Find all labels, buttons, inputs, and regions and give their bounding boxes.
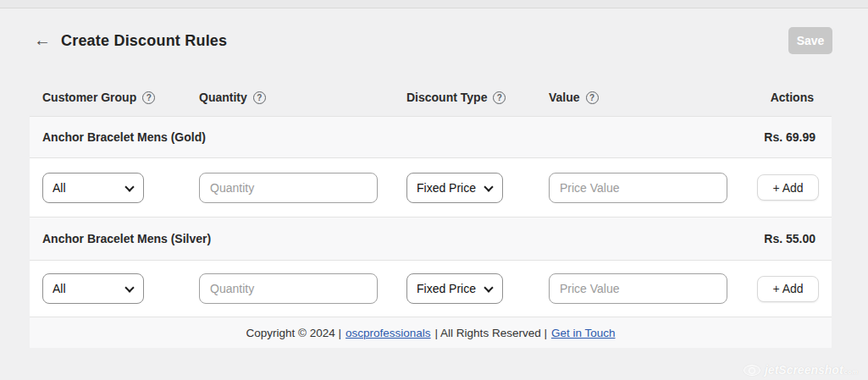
column-header-label: Discount Type [406,91,487,104]
watermark-text: jetScreenshot [765,363,843,377]
rule-controls-row-silver: All Fixed Price + Add [30,261,832,317]
column-header-actions: Actions [755,91,819,104]
add-rule-button[interactable]: + Add [757,174,819,201]
help-icon[interactable]: ? [142,91,155,104]
price-value-input[interactable] [549,273,727,304]
column-header-value: Value ? [549,91,755,104]
table-header-row: Customer Group ? Quantity ? Discount Typ… [30,79,832,116]
product-row-silver: Anchor Bracelet Mens (Silver) Rs. 55.00 [30,217,832,261]
discount-type-select[interactable]: Fixed Price [406,173,503,203]
jetscreenshot-watermark: jetScreenshot com [744,363,858,377]
product-price: Rs. 55.00 [755,232,819,245]
product-name: Anchor Bracelet Mens (Silver) [42,232,755,245]
copyright-text: Copyright © 2024 | [246,327,342,339]
eye-logo-icon [744,365,760,376]
discount-rules-table: Anchor Bracelet Mens (Gold) Rs. 69.99 Al… [30,116,832,348]
help-icon[interactable]: ? [493,91,506,104]
product-price: Rs. 69.99 [755,130,819,144]
back-arrow-icon[interactable]: ← [34,31,51,48]
page-header: ← Create Discount Rules Save [34,27,832,54]
rights-text: | All Rights Reserved | [435,327,547,339]
save-button[interactable]: Save [788,27,832,54]
oscprofessionals-link[interactable]: oscprofessionals [346,327,431,339]
column-header-label: Actions [771,91,814,104]
customer-group-select[interactable]: All [42,173,144,203]
product-row-gold: Anchor Bracelet Mens (Gold) Rs. 69.99 [30,116,832,158]
price-value-input[interactable] [549,173,727,203]
column-header-customer-group: Customer Group ? [42,91,199,104]
column-header-label: Customer Group [42,91,136,104]
quantity-input[interactable] [199,273,378,304]
quantity-input[interactable] [199,173,378,203]
rule-controls-row-gold: All Fixed Price + Add [30,158,832,217]
customer-group-select[interactable]: All [42,273,144,304]
column-header-discount-type: Discount Type ? [406,91,549,104]
column-header-label: Value [549,91,580,104]
top-strip [0,0,868,8]
copyright-footer: Copyright © 2024 | oscprofessionals | Al… [30,317,832,348]
help-icon[interactable]: ? [586,91,599,104]
column-header-label: Quantity [199,91,247,104]
add-rule-button[interactable]: + Add [757,276,819,302]
page-title: Create Discount Rules [61,32,227,50]
column-header-quantity: Quantity ? [199,91,406,104]
discount-type-select[interactable]: Fixed Price [406,273,503,304]
get-in-touch-link[interactable]: Get in Touch [551,327,616,339]
watermark-tld: com [844,368,858,376]
product-name: Anchor Bracelet Mens (Gold) [42,130,755,144]
help-icon[interactable]: ? [253,91,266,104]
